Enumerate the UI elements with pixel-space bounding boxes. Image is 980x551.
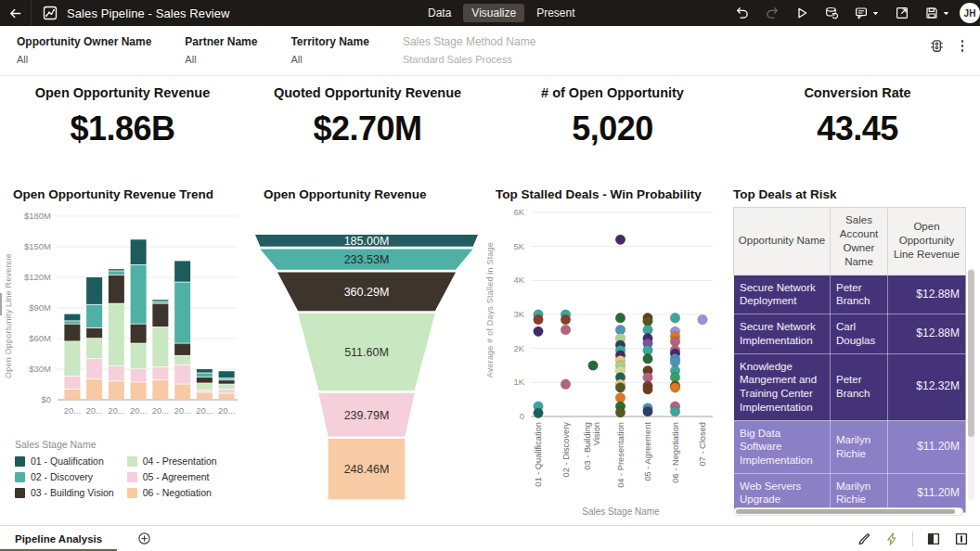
svg-text:239.79M: 239.79M: [344, 409, 390, 422]
page-tab-pipeline-analysis[interactable]: Pipeline Analysis: [11, 526, 117, 551]
undo-icon[interactable]: [735, 6, 750, 20]
cell-revenue: $12.88M: [888, 275, 966, 314]
svg-text:06 - Negotiation: 06 - Negotiation: [671, 422, 680, 483]
funnel-chart[interactable]: 185.00M233.53M360.29M511.60M239.79M248.4…: [251, 229, 483, 509]
more-vertical-icon[interactable]: [960, 38, 966, 54]
kpi-open-opportunity-revenue[interactable]: Open Opportunity Revenue $1.86B: [0, 78, 245, 175]
kpi-conversion-rate[interactable]: Conversion Rate 43.45: [735, 78, 980, 175]
filter-value: All: [185, 54, 257, 65]
risk-table[interactable]: Opportunity NameSales Account Owner Name…: [733, 207, 966, 513]
page-tab-label: Pipeline Analysis: [15, 533, 102, 545]
svg-text:$180M: $180M: [24, 211, 51, 221]
legend-label: 01 - Qualification: [31, 455, 104, 467]
legend-swatch: [127, 472, 137, 482]
left-scroll-indicator[interactable]: [0, 293, 2, 315]
legend-item[interactable]: 02 - Discovery: [15, 471, 114, 482]
layout-left-icon[interactable]: [926, 532, 941, 546]
filter-widget-icon[interactable]: [929, 38, 945, 54]
table-row[interactable]: Big Data Software Implementation Marilyn…: [734, 420, 966, 473]
filter-opportunity-owner-name[interactable]: Opportunity Owner Name All: [17, 35, 151, 65]
filter-bar-actions: [929, 35, 966, 54]
svg-text:Sales Stage Name: Sales Stage Name: [582, 506, 660, 517]
svg-text:248.46M: 248.46M: [344, 463, 390, 476]
legend-item[interactable]: 05 - Agreement: [127, 471, 217, 482]
legend-label: 02 - Discovery: [31, 471, 93, 482]
tab-present[interactable]: Present: [528, 4, 583, 22]
topbar: Sales Pipeline - Sales Review DataVisual…: [0, 0, 980, 26]
global-filters: Opportunity Owner Name AllPartner Name A…: [17, 35, 569, 65]
kpi-quoted-opportunity-revenue[interactable]: Quoted Opportunity Revenue $2.70M: [245, 78, 490, 175]
add-page-icon[interactable]: [137, 532, 151, 545]
filter-label: Sales Stage Method Name: [403, 35, 535, 48]
legend-label: 05 - Agreement: [143, 471, 210, 482]
filter-value: Standard Sales Process: [403, 54, 535, 65]
legend-item[interactable]: 04 - Presentation: [127, 455, 217, 467]
bar-chart-title: Open Opportunity Revenue Trend: [13, 187, 251, 201]
bar-chart-y-axis-label: Open Opportunity Line Revenue: [4, 253, 13, 378]
app-root: Sales Pipeline - Sales Review DataVisual…: [0, 0, 980, 551]
table-header-cell[interactable]: Opportunity Name: [734, 208, 831, 276]
redo-icon: [765, 6, 780, 20]
table-row[interactable]: Secure Network Implementation Carl Dougl…: [734, 314, 966, 353]
run-icon[interactable]: [794, 6, 809, 20]
table-row[interactable]: Knowledge Mangement and Training Center …: [734, 353, 966, 420]
open-window-icon[interactable]: [895, 6, 909, 20]
risk-table-title: Top Deals at Risk: [733, 187, 980, 201]
cell-owner-name: Peter Branch: [831, 275, 888, 314]
cell-opportunity-name: Knowledge Mangement and Training Center …: [734, 353, 831, 420]
back-button[interactable]: [0, 0, 32, 26]
legend-swatch: [127, 488, 137, 498]
comment-icon[interactable]: [854, 6, 880, 20]
table-header-cell[interactable]: Open Opportunity Line Revenue: [888, 208, 966, 276]
legend-swatch: [15, 456, 25, 467]
dataset-refresh-icon[interactable]: [824, 6, 839, 20]
table-row[interactable]: Secure Network Deployment Peter Branch $…: [734, 275, 966, 314]
legend-swatch: [15, 472, 25, 482]
scatter-chart[interactable]: 01K2K3K4K5K6K01 - Qualification02 - Disc…: [483, 203, 724, 520]
filter-sales-stage-method-name: Sales Stage Method Name Standard Sales P…: [403, 35, 535, 65]
save-icon[interactable]: [924, 6, 950, 20]
tab-visualize[interactable]: Visualize: [463, 4, 524, 22]
layout-center-icon[interactable]: [954, 532, 969, 546]
kpi-value: 5,020: [490, 109, 735, 148]
kpi--of-open-opportunity[interactable]: # of Open Opportunity 5,020: [490, 78, 735, 175]
table-header-cell[interactable]: Sales Account Owner Name: [831, 208, 888, 276]
svg-text:$30M: $30M: [29, 364, 51, 374]
scatter-y-axis-label: Average # of Days Stalled in Stage: [485, 242, 495, 378]
legend-item[interactable]: 03 - Building Vision: [15, 487, 114, 498]
scatter-chart-title: Top Stalled Deals - Win Probability: [496, 187, 724, 201]
cell-owner-name: Peter Branch: [831, 353, 888, 420]
svg-text:02 - Discovery: 02 - Discovery: [561, 422, 571, 478]
svg-text:360.29M: 360.29M: [344, 286, 390, 299]
svg-text:20...: 20...: [130, 405, 148, 416]
vertical-scrollbar[interactable]: [968, 268, 974, 500]
legend-swatch: [15, 488, 25, 498]
filter-partner-name[interactable]: Partner Name All: [185, 35, 257, 65]
filter-value: All: [17, 54, 151, 65]
einstein-bolt-icon[interactable]: [884, 532, 899, 546]
legend-label: 06 - Negotiation: [143, 487, 212, 498]
horizontal-scrollbar[interactable]: [733, 507, 963, 516]
kpi-title: Conversion Rate: [735, 85, 980, 100]
legend-label: 04 - Presentation: [143, 455, 217, 467]
kpi-value: 43.45: [735, 109, 980, 148]
dashboard-title: Sales Pipeline - Sales Review: [67, 6, 230, 20]
back-icon: [8, 6, 22, 20]
svg-text:1K: 1K: [513, 377, 524, 387]
tab-data[interactable]: Data: [419, 4, 459, 22]
svg-text:20...: 20...: [108, 405, 125, 416]
legend-item[interactable]: 06 - Negotiation: [127, 487, 217, 498]
analytics-dashboard-icon: [43, 6, 58, 20]
brush-icon[interactable]: [857, 532, 871, 546]
svg-text:185.00M: 185.00M: [344, 235, 390, 248]
legend-item[interactable]: 01 - Qualification: [15, 455, 114, 467]
charts-row: Open Opportunity Revenue Trend Open Oppo…: [0, 181, 980, 525]
svg-text:01 - Qualification: 01 - Qualification: [534, 422, 543, 487]
avatar[interactable]: JH: [960, 3, 980, 23]
filter-territory-name[interactable]: Territory Name All: [290, 35, 368, 65]
svg-text:20...: 20...: [64, 405, 82, 416]
svg-text:20...: 20...: [152, 405, 170, 416]
funnel-chart-title: Open Opportunity Revenue: [264, 187, 483, 201]
scatter-chart-panel: Top Stalled Deals - Win Probability Aver…: [483, 181, 724, 525]
stacked-bar-chart[interactable]: $0$30M$60M$90M$120M$150M$180M20...20...2…: [2, 203, 245, 433]
